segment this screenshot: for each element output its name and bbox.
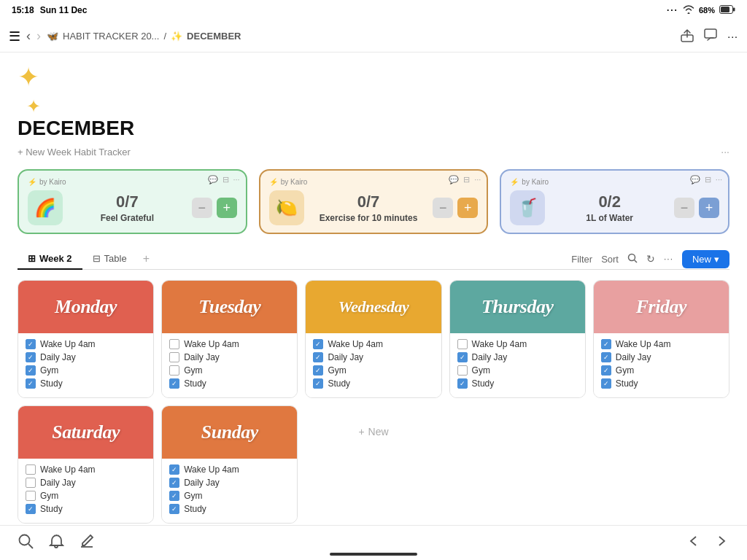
habit-name-0: Feel Grateful bbox=[70, 213, 185, 223]
time: 15:18 bbox=[12, 5, 34, 15]
habit-card-header-0: ⚡ by Kairo bbox=[28, 178, 237, 186]
check-friday-3[interactable]: ✓ bbox=[601, 378, 611, 389]
monday-header[interactable]: Monday bbox=[18, 281, 153, 333]
check-wednesday-2[interactable]: ✓ bbox=[313, 365, 323, 376]
status-right: ··· 68% bbox=[667, 5, 735, 15]
page-more-icon[interactable]: ··· bbox=[721, 146, 729, 158]
days-grid-row2: Saturday Wake Up 4am Daily Jay Gym ✓ Stu bbox=[18, 405, 729, 524]
check-tuesday-1[interactable] bbox=[169, 352, 179, 362]
habit-item: ✓ Gym bbox=[169, 491, 290, 501]
habit-label-thursday-1: Daily Jay bbox=[472, 352, 508, 362]
wednesday-header[interactable]: Wednesday bbox=[306, 281, 441, 333]
layout-icon-0[interactable]: ⊟ bbox=[222, 175, 229, 184]
check-sunday-2[interactable]: ✓ bbox=[169, 491, 179, 501]
habit-item: ✓ Study bbox=[169, 378, 290, 389]
thursday-header[interactable]: Thursday bbox=[450, 281, 585, 333]
menu-icon[interactable]: ☰ bbox=[9, 28, 20, 44]
habit-fraction-2: 0/2 bbox=[552, 192, 667, 211]
increment-btn-1[interactable]: + bbox=[457, 198, 478, 218]
habit-card-2: ⚡ by Kairo 💬 ⊟ ··· 🥤 0/2 1L of Water − + bbox=[500, 169, 729, 234]
check-saturday-3[interactable]: ✓ bbox=[26, 504, 36, 514]
date: Sun 11 Dec bbox=[40, 5, 88, 15]
share-icon[interactable] bbox=[681, 28, 694, 45]
check-saturday-2[interactable] bbox=[26, 491, 36, 501]
check-sunday-0[interactable]: ✓ bbox=[169, 464, 179, 475]
forward-button[interactable]: › bbox=[36, 28, 41, 44]
check-sunday-3[interactable]: ✓ bbox=[169, 504, 179, 514]
check-thursday-0[interactable] bbox=[457, 339, 468, 349]
more-card-icon-0[interactable]: ··· bbox=[233, 175, 240, 184]
back-button[interactable]: ‹ bbox=[26, 28, 31, 44]
check-saturday-1[interactable] bbox=[26, 478, 36, 488]
new-button[interactable]: New ▾ bbox=[682, 250, 729, 268]
check-saturday-0[interactable] bbox=[26, 464, 36, 475]
more-icon[interactable]: ··· bbox=[727, 31, 738, 42]
increment-btn-0[interactable]: + bbox=[217, 198, 237, 218]
filter-button[interactable]: Filter bbox=[571, 254, 592, 265]
tab-week2[interactable]: ⊞ Week 2 bbox=[18, 249, 82, 270]
saturday-body: Wake Up 4am Daily Jay Gym ✓ Study bbox=[18, 459, 153, 523]
comment-card-icon-1[interactable]: 💬 bbox=[449, 175, 459, 184]
increment-btn-2[interactable]: + bbox=[699, 198, 719, 218]
add-week-button[interactable]: + New Week Habit Tracker bbox=[18, 147, 131, 158]
svg-point-5 bbox=[628, 254, 635, 260]
more-card-icon-2[interactable]: ··· bbox=[716, 175, 722, 184]
tuesday-header[interactable]: Tuesday bbox=[162, 281, 297, 333]
main-content: ✦✦ DECEMBER + New Week Habit Tracker ···… bbox=[0, 52, 747, 525]
forward-bottom-button[interactable] bbox=[713, 533, 729, 553]
friday-header[interactable]: Friday bbox=[594, 281, 729, 333]
check-wednesday-0[interactable]: ✓ bbox=[313, 339, 323, 349]
new-card-placeholder[interactable]: + New bbox=[305, 405, 441, 458]
more-tab-icon[interactable]: ··· bbox=[664, 254, 673, 264]
habit-fraction-1: 0/7 bbox=[311, 192, 426, 211]
decrement-btn-2[interactable]: − bbox=[674, 198, 694, 218]
check-thursday-2[interactable] bbox=[457, 365, 468, 376]
check-wednesday-3[interactable]: ✓ bbox=[313, 378, 323, 389]
back-bottom-button[interactable] bbox=[686, 533, 702, 553]
habit-card-1: ⚡ by Kairo 💬 ⊟ ··· 🍋 0/7 Exercise for 10… bbox=[259, 169, 489, 234]
comment-card-icon-2[interactable]: 💬 bbox=[690, 175, 700, 184]
check-friday-1[interactable]: ✓ bbox=[601, 352, 611, 362]
search-bottom-icon[interactable] bbox=[18, 533, 34, 553]
comment-card-icon-0[interactable]: 💬 bbox=[208, 175, 218, 184]
check-thursday-3[interactable]: ✓ bbox=[457, 378, 468, 389]
bell-bottom-icon[interactable] bbox=[48, 533, 64, 553]
comment-icon[interactable] bbox=[704, 28, 717, 44]
card-by-0: by Kairo bbox=[39, 178, 66, 186]
add-tab-button[interactable]: + bbox=[137, 249, 155, 268]
habit-card-header-1: ⚡ by Kairo bbox=[269, 178, 479, 186]
tab-table[interactable]: ⊟ Table bbox=[82, 249, 137, 270]
decrement-btn-0[interactable]: − bbox=[192, 198, 212, 218]
check-monday-0[interactable]: ✓ bbox=[26, 339, 36, 349]
check-monday-3[interactable]: ✓ bbox=[26, 378, 36, 389]
tracker-label[interactable]: HABIT TRACKER 20... bbox=[63, 31, 159, 42]
layout-icon-2[interactable]: ⊟ bbox=[705, 175, 711, 184]
habit-label-monday-1: Daily Jay bbox=[40, 352, 76, 362]
more-card-icon-1[interactable]: ··· bbox=[474, 175, 481, 184]
check-monday-2[interactable]: ✓ bbox=[26, 365, 36, 376]
edit-bottom-icon[interactable] bbox=[79, 533, 95, 553]
sunday-header[interactable]: Sunday bbox=[162, 406, 297, 459]
decrement-btn-1[interactable]: − bbox=[433, 198, 453, 218]
check-tuesday-2[interactable] bbox=[169, 365, 179, 376]
habit-info-0: 0/7 Feel Grateful bbox=[70, 192, 185, 223]
check-monday-1[interactable]: ✓ bbox=[26, 352, 36, 362]
day-card-wednesday: Wednesday ✓ Wake Up 4am ✓ Daily Jay ✓ Gy… bbox=[305, 280, 441, 398]
habit-card-body-1: 🍋 0/7 Exercise for 10 minutes − + bbox=[269, 190, 479, 225]
check-friday-2[interactable]: ✓ bbox=[601, 365, 611, 376]
check-friday-0[interactable]: ✓ bbox=[601, 339, 611, 349]
habit-label-sunday-1: Daily Jay bbox=[184, 478, 220, 488]
week-toolbar: Filter Sort ↻ ··· New ▾ bbox=[571, 250, 729, 268]
saturday-header[interactable]: Saturday bbox=[18, 406, 153, 459]
layout-icon-1[interactable]: ⊟ bbox=[463, 175, 470, 184]
check-sunday-1[interactable]: ✓ bbox=[169, 478, 179, 488]
habit-label-tuesday-0: Wake Up 4am bbox=[184, 339, 239, 349]
sort-button[interactable]: Sort bbox=[601, 254, 619, 265]
check-tuesday-0[interactable] bbox=[169, 339, 179, 349]
check-tuesday-3[interactable]: ✓ bbox=[169, 378, 179, 389]
check-thursday-1[interactable]: ✓ bbox=[457, 352, 468, 362]
habit-info-1: 0/7 Exercise for 10 minutes bbox=[311, 192, 426, 223]
refresh-icon[interactable]: ↻ bbox=[646, 253, 655, 265]
search-tab-icon[interactable] bbox=[627, 253, 638, 265]
check-wednesday-1[interactable]: ✓ bbox=[313, 352, 323, 362]
